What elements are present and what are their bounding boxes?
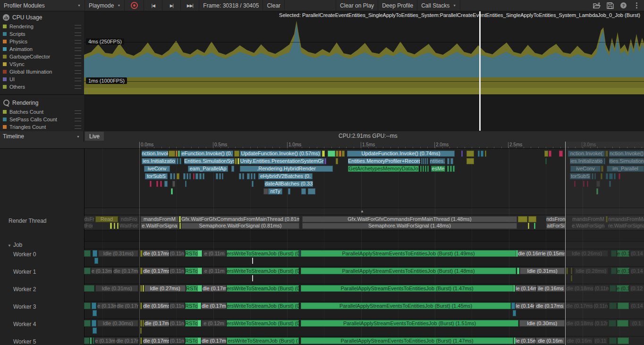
timeline-sample-bar[interactable]: Idle (0.31ms) (520, 268, 565, 274)
timeline-sample-bar[interactable]: le (0.15m (516, 337, 535, 344)
timeline-sample-sliver[interactable] (606, 216, 608, 222)
timeline-sample-sliver[interactable] (583, 181, 585, 187)
timeline-sample-sliver[interactable] (611, 268, 617, 274)
timeline-sample-sliver[interactable] (197, 268, 202, 274)
timeline-sample-sliver[interactable] (84, 250, 91, 257)
timeline-sample-sliver[interactable] (239, 173, 241, 179)
foldout-triangle-icon[interactable]: ▼ (8, 244, 11, 248)
timeline-sample-sliver[interactable] (423, 158, 424, 164)
timeline-sample-bar[interactable]: le (0.15ms (542, 250, 565, 257)
timeline-sample-sliver[interactable] (322, 151, 325, 157)
timeline-sample-sliver[interactable] (234, 151, 239, 157)
timeline-sample-bar[interactable]: dle (0.18ms (566, 285, 594, 292)
timeline-sample-bar[interactable]: im_Parallel (607, 166, 644, 172)
timeline-sample-bar[interactable]: Idle (0.26ms) (566, 250, 608, 257)
cpu-legend-item-others[interactable]: Others (0, 83, 84, 91)
rendering-chart[interactable] (84, 95, 644, 131)
timeline-sample-sliver[interactable] (237, 158, 239, 164)
timeline-sample-sliver[interactable] (485, 151, 486, 157)
timeline-sample-bar[interactable]: dle (0.17ms (203, 285, 226, 292)
timeline-sample-sliver[interactable] (450, 158, 453, 164)
next-frame-button[interactable]: ▶| (162, 0, 181, 11)
timeline-sample-sliver[interactable] (611, 250, 617, 257)
timeline-sample-bar[interactable]: dle (0.16m (536, 337, 565, 344)
cpu-legend-item-animation[interactable]: Animation (0, 45, 84, 53)
timeline-sample-bar[interactable]: dle (0.16ms (143, 303, 169, 309)
drag-handle-icon[interactable] (75, 110, 81, 114)
timeline-sample-sliver[interactable] (156, 181, 158, 187)
cpu-legend-item-garbagecollector[interactable]: GarbageCollector (0, 53, 84, 60)
timeline-sample-bar[interactable]: eHybridV2Batches (0. (258, 173, 313, 179)
cpu-legend-item-vsync[interactable]: VSync (0, 60, 84, 68)
timeline-sample-sliver[interactable] (247, 173, 250, 179)
timeline-sample-sliver[interactable] (299, 250, 300, 257)
timeline-sample-bar[interactable]: RSToL (185, 320, 197, 327)
timeline-sample-sliver[interactable] (92, 303, 96, 309)
timeline-sample-sliver[interactable] (596, 188, 598, 194)
timeline-sample-bar[interactable]: Semaphore.WaitForSignal (0.81ms) (181, 223, 299, 229)
timeline-sample-sliver[interactable] (336, 151, 339, 157)
timeline-sample-sliver[interactable] (447, 158, 449, 164)
timeline-sample-bar[interactable]: dle (0.16m (566, 337, 593, 344)
timeline-sample-bar[interactable]: WaitForS (119, 223, 138, 229)
timeline-sample-bar[interactable]: e (0.14m (617, 268, 629, 274)
timeline-sample-sliver[interactable] (251, 173, 253, 179)
timeline-sample-bar[interactable]: re.WaitForSignal (608, 223, 644, 229)
timeline-sample-sliver[interactable] (481, 151, 483, 157)
drag-handle-icon[interactable] (75, 118, 81, 121)
timeline-sample-bar[interactable]: mandsFromM (572, 216, 605, 222)
timeline-sample-sliver[interactable] (610, 285, 616, 292)
timeline-sample-bar[interactable]: dle (0.17ms (143, 337, 169, 344)
timeline-sample-sliver[interactable] (545, 158, 547, 164)
timeline-sample-sliver[interactable] (609, 303, 617, 309)
timeline-sample-bar[interactable]: GetArchetypesMemoryDataJo (348, 166, 419, 172)
timeline-sample-sliver[interactable] (110, 223, 112, 229)
timeline-sample-sliver[interactable] (183, 173, 186, 179)
timeline-sample-sliver[interactable] (513, 310, 516, 316)
timeline-sample-bar[interactable]: ities.Simulation (609, 158, 644, 164)
timeline-sample-bar[interactable]: dle (0.17ms (143, 250, 169, 257)
timeline-sample-sliver[interactable] (447, 166, 449, 172)
thread-row-worker-3[interactable]: Worker 3 (13, 303, 36, 310)
timeline-sample-bar[interactable]: (0.1 (629, 320, 644, 327)
timeline-sample-sliver[interactable] (235, 158, 237, 164)
rendering-legend-item-setpass-calls-count[interactable]: SetPass Calls Count (0, 116, 84, 123)
timeline-sample-sliver[interactable] (140, 337, 142, 344)
timeline-sample-bar[interactable]: Unity.Entities.PresentationSystemGr (240, 158, 324, 164)
timeline-sample-bar[interactable]: tFor (84, 223, 93, 229)
timeline-sample-bar[interactable]: nction.Invoke( (142, 151, 168, 157)
timeline-sample-bar[interactable]: (0.14 (630, 268, 644, 274)
timeline-sample-sliver[interactable] (84, 285, 94, 292)
timeline-sample-sliver[interactable] (534, 223, 535, 229)
clear-on-play-toggle[interactable]: Clear on Play (336, 0, 378, 11)
rendering-legend-item-triangles-count[interactable]: Triangles Count (0, 123, 84, 131)
timeline-sample-bar[interactable]: (0.14 (630, 303, 644, 309)
timeline-sample-sliver[interactable] (252, 275, 253, 281)
timeline-sample-bar[interactable]: ParallelApplyStreamEventsToEntitiesJob (… (301, 268, 516, 274)
timeline-sample-bar[interactable]: mandsFromM (141, 216, 178, 222)
timeline-sample-sliver[interactable] (179, 158, 181, 164)
call-stacks-dropdown[interactable]: Call Stacks ▼ (417, 0, 460, 11)
timeline-sample-bar[interactable]: RSToL (185, 268, 197, 274)
timeline-sample-sliver[interactable] (176, 151, 178, 157)
timeline-sample-bar[interactable]: dle (0.17m (202, 337, 226, 344)
timeline-sample-sliver[interactable] (511, 303, 515, 309)
thread-row-job[interactable]: ▼Job (8, 242, 22, 248)
timeline-sample-sliver[interactable] (143, 285, 144, 292)
cpu-usage-module-header[interactable]: CPU Usage (0, 11, 84, 23)
timeline-sample-bar[interactable]: e.WaitForSigna (141, 223, 178, 229)
thread-row-render-thread[interactable]: Render Thread (8, 218, 47, 224)
timeline-sample-bar[interactable]: (0.11n (169, 268, 185, 274)
timeline-view-dropdown[interactable]: Timeline ▼ (0, 131, 84, 142)
timeline-sample-bar[interactable]: dle (0.17ms (113, 268, 138, 274)
timeline-sample-bar[interactable]: ersWriteToStreamJob (Burst) (0 (227, 268, 299, 274)
drag-handle-icon[interactable] (75, 70, 81, 74)
timeline-sample-sliver[interactable] (179, 223, 181, 229)
timeline-sample-sliver[interactable] (603, 158, 605, 164)
profiler-modules-dropdown[interactable]: Profiler Modules ▼ (0, 0, 85, 11)
timeline-sample-sliver[interactable] (93, 250, 97, 257)
timeline-sample-bar[interactable]: ersWriteToStreamJob (Burst) (0 (227, 250, 299, 257)
timeline-sample-sliver[interactable] (339, 151, 341, 157)
previous-frame-button[interactable]: |◀ (144, 0, 162, 11)
timeline-sample-sliver[interactable] (617, 320, 628, 327)
